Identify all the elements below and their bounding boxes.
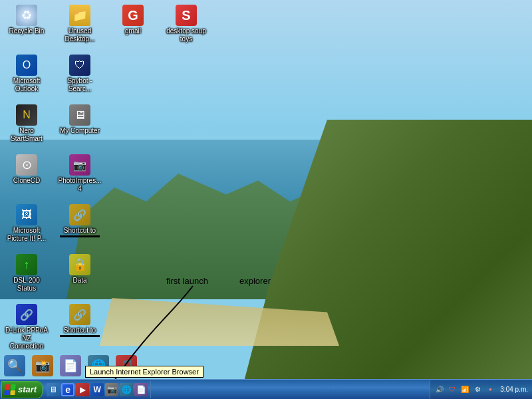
ie-tooltip: Launch Internet Explorer Browser [85, 366, 203, 378]
tray-network[interactable]: 📶 [460, 384, 470, 395]
desktop-soup-label: desktop souptoys [164, 27, 208, 43]
shortcut1-icon[interactable]: 🔗 Shortcut to [57, 203, 103, 239]
data-icon[interactable]: 🔒 Data [57, 253, 103, 286]
clonecd-icon[interactable]: ⊙ CloneCD [3, 153, 50, 186]
mycomputer-img: 🖥 [69, 104, 90, 126]
outlook-icon[interactable]: O MicrosoftOutlook [3, 53, 50, 94]
shortcut1-label: Shortcut to [58, 227, 102, 235]
win-red [5, 384, 10, 390]
taskbar: start 🖥 e ▶ W 📷 🌐 📄 🔊 🛡 📶 ⚙ ● 3:04 p.m. [0, 379, 532, 399]
system-clock: 3:04 p.m. [497, 386, 528, 393]
dsl200-img: ↑ [16, 254, 37, 275]
gmail-label: gmail [111, 27, 155, 35]
clonecd-label: CloneCD [5, 177, 49, 185]
start-label: start [18, 384, 37, 394]
annotation-first-launch: first launch [166, 276, 208, 286]
clonecd-img: ⊙ [16, 154, 37, 176]
shortcut1-img: 🔗 [69, 204, 90, 225]
ql-icon6[interactable]: 🌐 [120, 383, 133, 396]
win-blue [4, 390, 9, 395]
tray-volume[interactable]: 🔊 [434, 384, 445, 395]
windows-logo [4, 384, 15, 395]
dsl200-icon[interactable]: ↑ DSL-200 Status [3, 253, 50, 294]
desktop-soup-img: S [176, 5, 197, 26]
search-icon-desktop[interactable]: 🔍 [1, 354, 28, 378]
ql-media-player[interactable]: ▶ [76, 383, 89, 396]
data-label: Data [58, 277, 102, 285]
shortcut2-icon[interactable]: 🔗 Shortcut to [57, 303, 103, 338]
outlook-label: MicrosoftOutlook [5, 77, 49, 93]
ql-icon7[interactable]: 📄 [134, 383, 148, 396]
gmail-img: G [122, 5, 144, 26]
pictureit-label: MicrosoftPicture It! P... [5, 227, 49, 243]
photoimpress-icon[interactable]: 📷 PhotoImpres...4 [57, 153, 103, 194]
pictureit-icon[interactable]: 🖼 MicrosoftPicture It! P... [3, 203, 50, 244]
quick-launch: 🖥 e ▶ W 📷 🌐 📄 [44, 381, 151, 398]
unused-desktop-label: UnusedDesktop... [58, 27, 102, 43]
tray-settings[interactable]: ⚙ [472, 384, 483, 395]
photoimpress-label: PhotoImpres...4 [58, 177, 102, 193]
unused-desktop-img: 📁 [69, 5, 90, 26]
win-yellow [10, 390, 15, 395]
search-img: 🔍 [4, 355, 25, 376]
recycle-bin-icon[interactable]: ♻ Recycle Bin [3, 3, 50, 37]
recycle-bin-label: Recycle Bin [5, 27, 49, 35]
nero-icon[interactable]: N NeroStartSmart [3, 103, 50, 144]
dlink-img: 🔗 [16, 304, 37, 325]
shortcut1-bar [60, 235, 100, 237]
desktop-soup-icon[interactable]: S desktop souptoys [163, 3, 209, 45]
ql-word[interactable]: W [90, 383, 104, 396]
data-img: 🔒 [69, 254, 90, 275]
ql-icon5[interactable]: 📷 [105, 383, 118, 396]
shortcut2-img: 🔗 [69, 304, 90, 325]
tray-misc[interactable]: ● [485, 384, 495, 395]
spybot-img: 🛡 [69, 55, 90, 76]
ql-ie-button[interactable]: e [61, 383, 74, 396]
spybot-label: Spybot -Searc... [58, 77, 102, 93]
dsl200-label: DSL-200 Status [5, 277, 49, 293]
tray-antivirus[interactable]: 🛡 [447, 384, 458, 395]
system-tray: 🔊 🛡 📶 ⚙ ● 3:04 p.m. [430, 380, 532, 399]
photoimpress-img: 📷 [69, 154, 90, 176]
nero-img: N [16, 104, 37, 126]
win-green [11, 384, 16, 390]
unused-desktop-icon[interactable]: 📁 UnusedDesktop... [57, 3, 103, 45]
ql-show-desktop[interactable]: 🖥 [47, 383, 60, 396]
doc-img: 📄 [60, 355, 81, 376]
gmail-icon[interactable]: G gmail [110, 3, 156, 37]
start-button[interactable]: start [1, 381, 43, 398]
shortcut2-bar [60, 335, 100, 337]
dlink-icon[interactable]: 🔗 D-Link PPPoANZ Connection [3, 303, 50, 352]
annotation-explorer: explorer [239, 276, 271, 286]
shortcut2-label: Shortcut to [58, 327, 102, 334]
spybot-icon[interactable]: 🛡 Spybot -Searc... [57, 53, 103, 94]
photos-img: 📸 [32, 355, 53, 376]
outlook-img: O [16, 55, 37, 76]
doc-icon-desktop[interactable]: 📄 [57, 354, 84, 378]
dlink-label: D-Link PPPoANZ Connection [5, 327, 49, 350]
desktop: ♻ Recycle Bin 📁 UnusedDesktop... G gmail… [0, 0, 532, 399]
nero-label: NeroStartSmart [5, 127, 49, 143]
mycomputer-icon[interactable]: 🖥 My Computer [57, 103, 103, 136]
recycle-bin-img: ♻ [16, 5, 37, 26]
pictureit-img: 🖼 [16, 204, 37, 225]
photos-icon-desktop[interactable]: 📸 [29, 354, 56, 378]
mycomputer-label: My Computer [58, 127, 102, 135]
